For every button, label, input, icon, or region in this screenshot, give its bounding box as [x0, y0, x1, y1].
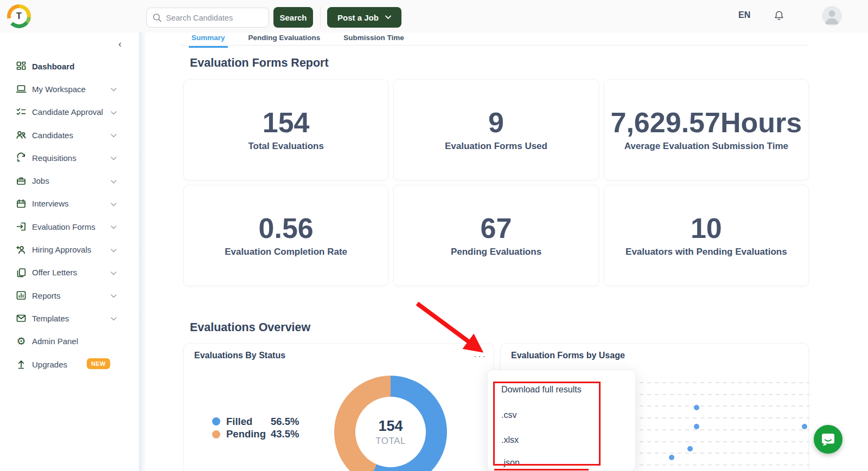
scatter-point: [694, 405, 699, 410]
post-a-job-label: Post a Job: [337, 13, 379, 22]
briefcase-icon: [15, 176, 27, 186]
chevron-down-icon: [111, 107, 117, 117]
stat-value: 9: [488, 108, 504, 138]
sidebar-item-my-workspace[interactable]: My Workspace: [0, 78, 139, 100]
stat-value: 10: [691, 214, 722, 243]
sidebar-item-candidate-approval[interactable]: Candidate Approval: [0, 101, 139, 124]
post-a-job-button[interactable]: Post a Job: [327, 7, 401, 28]
download-menu-header: Download full results: [501, 385, 582, 395]
stat-label: Average Evaluation Submission Time: [624, 141, 788, 152]
chevron-down-icon: [111, 176, 117, 186]
app-logo[interactable]: T: [7, 4, 31, 28]
scatter-gridline: [640, 429, 809, 430]
donut-ring: 154 TOTAL: [334, 376, 447, 471]
envelope-icon: [15, 313, 27, 324]
menu-item-csv[interactable]: .csv: [501, 410, 516, 420]
scatter-gridline: [640, 417, 809, 418]
legend-row-filled: Filled 56.5%: [212, 415, 299, 428]
sidebar-item-requisitions[interactable]: Requisitions: [0, 146, 139, 169]
chevron-down-icon: [111, 84, 117, 94]
stat-card-completion-rate: 0.56 Evaluation Completion Rate: [183, 185, 388, 286]
laptop-icon: [15, 83, 27, 94]
scatter-gridline: [640, 394, 809, 395]
chat-widget-button[interactable]: [814, 425, 843, 454]
sidebar-item-hiring-approvals[interactable]: Hiring Approvals: [0, 238, 139, 261]
sidebar-item-offer-letters[interactable]: Offer Letters: [0, 261, 139, 284]
search-input[interactable]: [166, 14, 263, 22]
chevron-down-icon: [385, 15, 391, 20]
legend-value: 56.5%: [271, 416, 299, 428]
scatter-point: [669, 455, 674, 460]
pending-legend-dot: [212, 430, 220, 438]
scatter-point: [687, 446, 693, 451]
annotation-highlight-box-2: [494, 469, 589, 470]
chevron-down-icon: [111, 313, 117, 323]
sidebar-item-interviews[interactable]: Interviews: [0, 192, 139, 215]
sidebar-item-label: Candidate Approval: [32, 107, 103, 117]
notifications-bell-icon[interactable]: [774, 10, 784, 24]
sidebar-item-evaluation-forms[interactable]: Evaluation Forms: [0, 215, 139, 238]
documents-icon: [15, 267, 27, 278]
stat-label: Evaluators with Pending Evaluations: [626, 247, 787, 257]
sidebar-item-candidates[interactable]: Candidates: [0, 124, 139, 146]
scatter-gridline: [640, 441, 809, 442]
stat-value: 67: [481, 214, 512, 243]
stat-value: 154: [263, 108, 310, 138]
sidebar-item-label: Upgrades: [32, 360, 67, 369]
search-button[interactable]: Search: [273, 7, 313, 28]
search-icon: [152, 13, 162, 22]
overview-title: Evaluations Overview: [190, 321, 310, 334]
stat-value: 0.56: [259, 214, 314, 243]
card-options-menu-icon[interactable]: ···: [474, 351, 487, 361]
sidebar-collapse-icon[interactable]: ‹: [118, 38, 122, 50]
donut-legend: Filled 56.5% Pending 43.5%: [212, 415, 299, 441]
stat-card-pending-evaluations: 67 Pending Evaluations: [393, 185, 598, 286]
card-title: Evaluation Forms by Usage: [511, 351, 625, 360]
stat-card-evaluators-pending: 10 Evaluators with Pending Evaluations: [604, 185, 809, 286]
menu-item-xlsx[interactable]: .xlsx: [501, 435, 519, 445]
chevron-down-icon: [111, 199, 117, 209]
tabs-divider: [179, 45, 809, 46]
sidebar-item-upgrades[interactable]: Upgrades NEW: [0, 353, 139, 376]
stat-card-forms-used: 9 Evaluation Forms Used: [393, 79, 598, 180]
people-icon: [15, 130, 27, 140]
evaluations-by-status-card: Evaluations By Status ··· Filled 56.5% P…: [183, 343, 494, 471]
sidebar-item-label: Dashboard: [32, 62, 74, 71]
stat-label: Pending Evaluations: [451, 247, 541, 257]
sidebar-nav: Dashboard My Workspace Candidate Approva…: [0, 55, 139, 376]
chevron-down-icon: [111, 153, 117, 163]
chat-bubble-icon: [814, 425, 843, 454]
page-title: Evaluation Forms Report: [190, 56, 329, 70]
sidebar-item-dashboard[interactable]: Dashboard: [0, 55, 139, 78]
calendar-icon: [15, 198, 27, 209]
sidebar-item-label: Jobs: [32, 176, 49, 185]
topbar: T Search Post a Job EN: [0, 0, 868, 33]
scatter-plot: [640, 382, 809, 464]
menu-item-json[interactable]: .json: [501, 458, 520, 468]
app-logo-letter: T: [11, 8, 27, 24]
sidebar-item-admin-panel[interactable]: ⚙ Admin Panel: [0, 330, 139, 353]
sidebar-item-templates[interactable]: Templates: [0, 307, 139, 330]
sidebar-item-jobs[interactable]: Jobs: [0, 169, 139, 192]
sidebar-item-label: Hiring Approvals: [32, 245, 91, 254]
sidebar-item-label: My Workspace: [32, 85, 86, 94]
checklist-icon: [15, 107, 27, 118]
sidebar-item-reports[interactable]: Reports: [0, 284, 139, 307]
topbar-divider: [320, 7, 321, 27]
download-menu: Download full results .csv .xlsx .json: [487, 370, 636, 471]
scatter-gridline: [640, 453, 809, 454]
legend-row-pending: Pending 43.5%: [212, 428, 299, 441]
language-switcher[interactable]: EN: [738, 10, 750, 20]
donut-total-value: 154: [378, 418, 403, 435]
sidebar-item-label: Interviews: [32, 199, 69, 208]
sidebar-shadow: [139, 33, 146, 471]
person-add-icon: [15, 244, 27, 255]
refresh-cycle-icon: [15, 152, 27, 163]
legend-label: Pending: [226, 428, 271, 440]
sidebar-item-label: Admin Panel: [32, 337, 78, 346]
stat-card-avg-submission-time: 7,629.57Hours Average Evaluation Submiss…: [604, 79, 809, 180]
search-box[interactable]: [146, 8, 269, 28]
sidebar: ‹ Dashboard My Workspace Candidate Appro…: [0, 33, 139, 471]
user-avatar[interactable]: [822, 6, 842, 26]
card-title: Evaluations By Status: [194, 351, 285, 360]
